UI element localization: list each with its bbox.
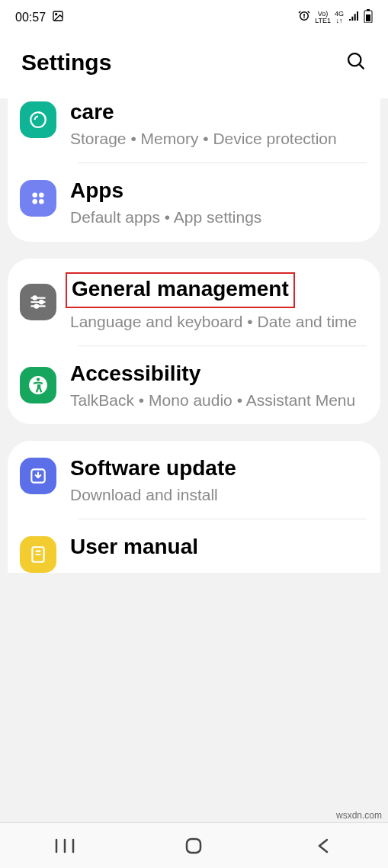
svg-rect-3 [366,14,370,21]
svg-point-10 [32,199,37,204]
recents-button[interactable] [19,838,111,854]
item-content: Apps Default apps • App settings [70,177,365,227]
home-button[interactable] [148,837,239,855]
item-content: General management Language and keyboard… [70,272,365,332]
settings-group: General management Language and keyboard… [8,259,380,425]
svg-point-16 [40,301,43,304]
svg-point-1 [56,13,57,14]
svg-point-5 [348,53,361,66]
settings-item-accessibility[interactable]: Accessibility TalkBack • Mono audio • As… [8,346,380,424]
care-icon [20,101,56,138]
apps-icon [20,180,56,217]
svg-point-9 [39,193,44,198]
settings-item-general[interactable]: General management Language and keyboard… [8,259,380,346]
item-title: General management [70,272,365,308]
item-title: User manual [70,533,365,560]
status-left: 00:57 [15,10,64,25]
item-content: User manual [70,533,365,563]
item-content: care Storage • Memory • Device protectio… [70,98,365,149]
svg-rect-27 [187,839,200,853]
item-subtitle: TalkBack • Mono audio • Assistant Menu [70,390,365,410]
image-indicator-icon [52,10,64,25]
svg-point-19 [37,378,40,381]
clock: 00:57 [15,11,46,24]
settings-item-care[interactable]: care Storage • Memory • Device protectio… [8,98,380,162]
item-content: Software update Download and install [70,455,365,505]
item-subtitle: Storage • Memory • Device protection [70,128,365,149]
settings-item-apps[interactable]: Apps Default apps • App settings [8,163,380,241]
search-icon [345,50,367,72]
watermark: wsxdn.com [336,810,382,821]
svg-point-15 [34,296,37,299]
item-title: Accessibility [70,360,365,387]
user-manual-icon [20,536,56,573]
header: Settings [0,34,388,98]
item-title: Apps [70,177,365,204]
highlight-box: General management [66,272,295,308]
signal-icon [348,10,360,24]
navigation-bar [0,822,388,868]
svg-line-6 [360,65,364,69]
svg-point-11 [39,199,44,204]
settings-item-software[interactable]: Software update Download and install [8,441,380,519]
item-content: Accessibility TalkBack • Mono audio • As… [70,360,365,410]
search-button[interactable] [345,50,367,75]
svg-point-17 [35,304,38,307]
network-icon: 4G ↓↑ [335,11,344,24]
status-right: Vo) LTE1 4G ↓↑ [297,9,373,25]
volte-icon: Vo) LTE1 [315,11,331,24]
recents-icon [55,838,75,854]
battery-icon [364,9,373,25]
back-icon [316,837,331,855]
item-subtitle: Default apps • App settings [70,207,365,227]
item-subtitle: Language and keyboard • Date and time [70,311,365,332]
back-button[interactable] [277,837,369,855]
status-bar: 00:57 Vo) LTE1 4G ↓↑ [0,0,388,34]
settings-group: care Storage • Memory • Device protectio… [8,98,380,242]
settings-item-manual[interactable]: User manual [8,519,380,573]
settings-group: Software update Download and install Use… [8,441,380,573]
item-title: care [70,98,365,125]
page-title: Settings [21,50,111,76]
general-management-icon [20,284,56,320]
svg-point-8 [32,193,37,198]
svg-rect-4 [367,9,370,11]
item-subtitle: Download and install [70,484,365,505]
item-title: Software update [70,455,365,481]
accessibility-icon [20,367,56,403]
alarm-icon [297,9,311,25]
home-icon [184,837,203,855]
software-update-icon [20,458,56,494]
